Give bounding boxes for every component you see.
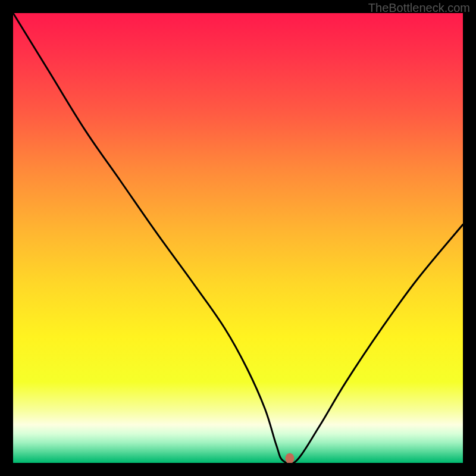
plot-area	[13, 13, 463, 463]
chart-svg	[13, 13, 463, 463]
gradient-background	[13, 13, 463, 463]
watermark-text: TheBottleneck.com	[368, 1, 470, 15]
chart-frame: TheBottleneck.com	[0, 0, 476, 476]
